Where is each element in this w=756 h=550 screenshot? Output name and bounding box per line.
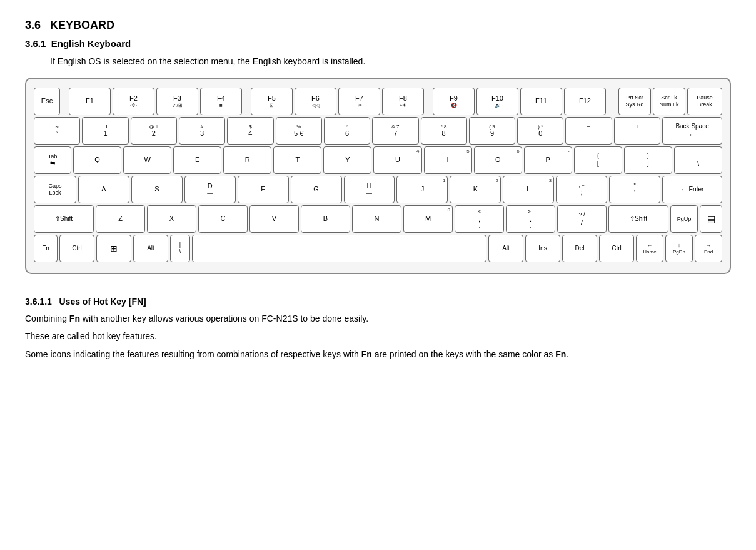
key-l: L3 (503, 176, 554, 203)
subsubsection-title: 3.6.1.1 Uses of Hot Key [FN] (25, 297, 731, 307)
key-f11: F11 (520, 88, 562, 115)
key-context: ▤ (700, 205, 722, 233)
key-u: U4 (373, 146, 421, 174)
key-rbracket: }] (624, 146, 672, 174)
key-p: P- (524, 146, 572, 174)
key-backspace: Back Space ← (662, 117, 722, 145)
key-q: Q (73, 146, 121, 174)
subsection-title: 3.6.1 English Keyboard (25, 38, 731, 49)
key-f10: F10🔉 (476, 88, 518, 115)
key-backslash: |\ (674, 146, 722, 174)
key-pgup: PgUp (670, 205, 698, 233)
key-f9: F9🔇 (433, 88, 475, 115)
key-e: E (173, 146, 221, 174)
key-f: F (238, 176, 289, 203)
key-f4: F4■ (200, 88, 242, 115)
key-lwin: ⊞ (96, 235, 131, 262)
key-ralt: Alt (488, 235, 523, 262)
key-f5: F5⊡ (251, 88, 293, 115)
key-prtscr: Prt ScrSys Rq (618, 88, 651, 115)
para-1: Combining Fn with another key allows var… (25, 312, 731, 325)
kbd-row-numbers: ~` ! I1 @ II2 #3 $4 %5 € ^6 & 77 * 88 ( … (34, 117, 722, 145)
kbd-row-qwerty: Tab⇆ Q W E R T Y U4 I5 O6 P- {[ }] |\ (34, 146, 722, 174)
gap-fn (62, 88, 67, 115)
key-rctrl: Ctrl (599, 235, 634, 262)
key-a: A (78, 176, 129, 203)
kbd-row-bottom: Fn Ctrl ⊞ Alt |\ Alt Ins Del Ctrl ←Home … (34, 235, 722, 262)
key-pgdn: ↓PgDn (665, 235, 693, 262)
key-b: B (301, 205, 350, 233)
key-0: ) *0 (517, 117, 563, 145)
key-period: > '.. (506, 205, 555, 233)
key-f12: F12 (564, 88, 606, 115)
kbd-row-shift: ⇧Shift Z X C V B N M0 <,, > '.. ? // ⇧Sh… (34, 205, 722, 233)
key-f1: F1 (69, 88, 111, 115)
gap-fn2 (244, 88, 249, 115)
key-g: G (291, 176, 342, 203)
kbd-row-asdf: CapsLock A S D— F G H— J1 K2 L3 ; +; "' … (34, 176, 722, 203)
key-o: O6 (474, 146, 522, 174)
key-w: W (123, 146, 171, 174)
key-backslash2: |\ (170, 235, 190, 262)
intro-text: If English OS is selected on the selecti… (50, 56, 731, 66)
key-f3: F3↙/⊞ (156, 88, 198, 115)
key-capslock: CapsLock (34, 176, 76, 203)
key-del: Del (562, 235, 597, 262)
key-f6: F6◁◁ (295, 88, 336, 115)
key-end: →End (695, 235, 722, 262)
key-f7: F7-☀ (338, 88, 380, 115)
key-n: N (352, 205, 401, 233)
key-enter: ← Enter (662, 176, 722, 203)
key-4: $4 (227, 117, 273, 145)
key-k: K2 (450, 176, 501, 203)
gap-fn4 (608, 88, 617, 115)
key-x: X (147, 205, 196, 233)
key-lalt: Alt (133, 235, 168, 262)
key-lbracket: {[ (574, 146, 622, 174)
key-2: @ II2 (131, 117, 177, 145)
para-3: Some icons indicating the features resul… (25, 347, 731, 361)
key-8: * 88 (421, 117, 467, 145)
key-fn: Fn (34, 235, 58, 262)
key-m: M0 (403, 205, 453, 233)
key-7: & 77 (372, 117, 418, 145)
key-comma: <,, (455, 205, 504, 233)
key-d: D— (184, 176, 236, 203)
section-number-title: 3.6 KEYBOARD (25, 19, 731, 32)
key-5: %5 € (276, 117, 322, 145)
key-s: S (131, 176, 183, 203)
key-esc: Esc (34, 88, 60, 115)
key-minus: –- (565, 117, 612, 145)
key-c: C (198, 205, 248, 233)
key-f8: F8+☀ (382, 88, 424, 115)
key-tab: Tab⇆ (34, 146, 71, 174)
key-6: ^6 (324, 117, 370, 145)
key-slash: ? // (557, 205, 607, 233)
key-space (192, 235, 486, 262)
keyboard-diagram: Esc F1 F2·✲· F3↙/⊞ F4■ F5⊡ F6◁◁ F7-☀ F8+… (25, 78, 731, 274)
key-h: H— (344, 176, 395, 203)
key-pause: PauseBreak (687, 88, 722, 115)
key-3: #3 (179, 117, 225, 145)
kbd-row-fn: Esc F1 F2·✲· F3↙/⊞ F4■ F5⊡ F6◁◁ F7-☀ F8+… (34, 88, 722, 115)
gap-fn3 (426, 88, 431, 115)
key-1: ! I1 (82, 117, 128, 145)
key-r: R (223, 146, 271, 174)
key-t: T (273, 146, 321, 174)
key-lctrl: Ctrl (59, 235, 94, 262)
para-2: These are called hot key features. (25, 329, 731, 343)
key-9: ( 99 (469, 117, 515, 145)
key-z: Z (96, 205, 145, 233)
key-semicolon: ; +; (556, 176, 607, 203)
key-scrlk: Scr LkNum Lk (653, 88, 685, 115)
key-ins: Ins (525, 235, 560, 262)
key-backtick: ~` (34, 117, 80, 145)
key-i: I5 (424, 146, 472, 174)
key-f2: F2·✲· (113, 88, 154, 115)
key-quote: "' (609, 176, 660, 203)
key-home: ←Home (636, 235, 663, 262)
key-v: V (249, 205, 299, 233)
key-lshift: ⇧Shift (34, 205, 94, 233)
key-j: J1 (396, 176, 448, 203)
key-y: Y (323, 146, 371, 174)
